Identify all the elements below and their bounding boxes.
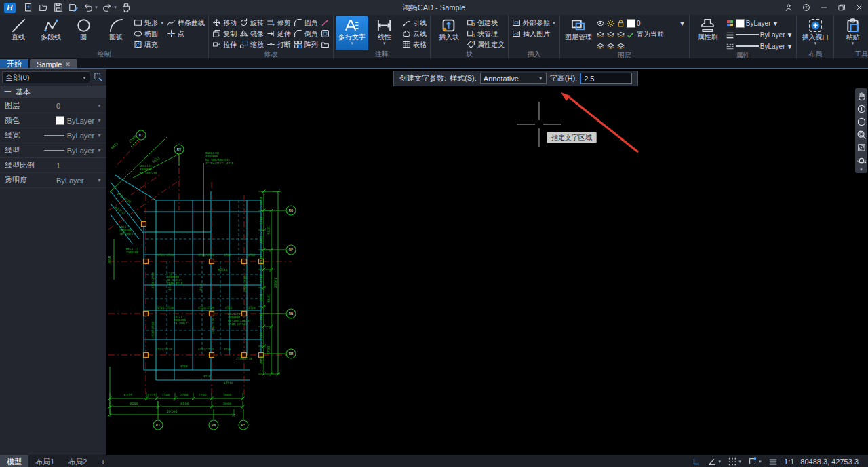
- lock-icon[interactable]: [616, 19, 625, 28]
- restore-button[interactable]: [833, 1, 850, 14]
- chevron-down-icon[interactable]: ▼: [679, 20, 686, 27]
- add-layout-button[interactable]: +: [94, 457, 113, 467]
- ribbon-offset-button[interactable]: [321, 29, 330, 39]
- save-as-button[interactable]: [66, 1, 81, 14]
- ribbon-点-button[interactable]: 点: [167, 29, 205, 39]
- help-button[interactable]: ?: [797, 1, 815, 14]
- save-file-button[interactable]: [51, 1, 66, 14]
- layout-tab-布局1[interactable]: 布局1: [28, 455, 61, 467]
- ribbon-圆-button[interactable]: 圆: [67, 16, 100, 50]
- property-row-线型[interactable]: 线型ByLayer▼: [0, 143, 106, 158]
- ribbon-图层管理-button[interactable]: 图层管理: [562, 16, 595, 52]
- status-object-snap-toggle[interactable]: ▼: [748, 457, 762, 466]
- ribbon-填充-button[interactable]: 填充: [134, 39, 164, 50]
- ribbon-倒角-button[interactable]: 倒角: [294, 29, 318, 39]
- chevron-down-icon[interactable]: ▼: [850, 41, 854, 45]
- chevron-down-icon[interactable]: ▼: [552, 21, 556, 25]
- layout-tab-模型[interactable]: 模型: [0, 455, 28, 467]
- ribbon-镜像-button[interactable]: 镜像: [239, 29, 264, 39]
- ribbon-粘贴-button[interactable]: 粘贴▼: [836, 16, 868, 50]
- layout-tab-布局2[interactable]: 布局2: [61, 455, 94, 467]
- chevron-down-icon[interactable]: ▼: [772, 20, 779, 27]
- chevron-down-icon[interactable]: ▼: [97, 178, 104, 183]
- layer-tool-icon[interactable]: [606, 42, 615, 51]
- property-row-线宽[interactable]: 线宽ByLayer▼: [0, 128, 106, 143]
- property-row-图层[interactable]: 图层0▼: [0, 98, 106, 113]
- chevron-down-icon[interactable]: ▼: [97, 133, 104, 138]
- ribbon-erase-button[interactable]: [321, 18, 330, 28]
- status-grid-snap-toggle[interactable]: ▼: [728, 457, 742, 466]
- ribbon-属性刷-button[interactable]: 属性刷: [692, 16, 724, 52]
- property-lweight-control[interactable]: ByLayer▼: [726, 29, 793, 40]
- chevron-down-icon[interactable]: ▼: [97, 148, 104, 153]
- ribbon-矩形-button[interactable]: 矩形▼: [134, 18, 164, 28]
- ribbon-椭圆-button[interactable]: 椭圆: [134, 29, 164, 39]
- undo-button[interactable]: [81, 1, 96, 14]
- chevron-down-icon[interactable]: ▼: [738, 460, 742, 464]
- chevron-down-icon[interactable]: ▼: [758, 460, 762, 464]
- ribbon-圆弧-button[interactable]: 圆弧: [100, 16, 132, 50]
- drawing-canvas[interactable]: 创建文字参数: 样式(S): Annotative ▼ 字高(H): 2.5 指…: [106, 69, 868, 455]
- ribbon-插入块-button[interactable]: 插入块: [433, 16, 465, 50]
- ribbon-延伸-button[interactable]: 延伸: [267, 29, 291, 39]
- property-ltype-control[interactable]: ByLayer▼: [726, 41, 793, 52]
- ribbon-旋转-button[interactable]: 旋转: [239, 18, 264, 28]
- ribbon-云线-button[interactable]: 云线: [402, 29, 427, 39]
- chevron-down-icon[interactable]: ▼: [382, 41, 387, 45]
- chevron-down-icon[interactable]: ▼: [787, 31, 793, 39]
- ribbon-缩放-button[interactable]: 缩放: [239, 39, 264, 50]
- chevron-down-icon[interactable]: ▼: [717, 460, 722, 464]
- status-lineweight-display-toggle[interactable]: [768, 457, 778, 466]
- chevron-down-icon[interactable]: ▼: [160, 21, 164, 25]
- annotation-scale[interactable]: 1:1: [784, 457, 794, 466]
- layer-tool-icon[interactable]: [616, 42, 625, 51]
- ribbon-移动-button[interactable]: 移动: [212, 18, 237, 28]
- redo-dropdown-arrow[interactable]: ▼: [113, 5, 117, 10]
- eye-icon[interactable]: [596, 19, 605, 28]
- layer-tool-icon[interactable]: [596, 31, 605, 39]
- layer-tool-icon[interactable]: [606, 31, 615, 39]
- ribbon-圆角-button[interactable]: 圆角: [294, 18, 318, 28]
- layer-tool-icon[interactable]: [596, 42, 605, 51]
- status-ortho-toggle[interactable]: [692, 457, 701, 466]
- chevron-down-icon[interactable]: ▼: [97, 103, 104, 108]
- ribbon-拉伸-button[interactable]: 拉伸: [212, 39, 237, 50]
- property-colors-control[interactable]: ByLayer▼: [726, 18, 793, 29]
- ribbon-插入图片-button[interactable]: 插入图片: [512, 29, 556, 39]
- new-file-button[interactable]: [21, 1, 36, 14]
- chevron-down-icon[interactable]: ▼: [787, 43, 793, 50]
- ribbon-修剪-button[interactable]: 修剪: [267, 18, 291, 28]
- property-row-颜色[interactable]: 颜色ByLayer▼: [0, 113, 106, 128]
- chevron-down-icon[interactable]: ▼: [813, 41, 817, 45]
- minimize-button[interactable]: [815, 1, 833, 14]
- ribbon-表格-button[interactable]: 表格: [402, 39, 427, 50]
- ribbon-创建块-button[interactable]: 创建块: [467, 18, 505, 28]
- status-polar-angle-toggle[interactable]: ▼: [707, 457, 722, 466]
- ribbon-多行文字-button[interactable]: 多行文字▼: [336, 16, 368, 50]
- ribbon-打断-button[interactable]: 打断: [267, 39, 291, 50]
- ribbon-复制-button[interactable]: 复制: [212, 29, 237, 39]
- open-file-button[interactable]: [36, 1, 51, 14]
- property-row-透明度[interactable]: 透明度ByLayer▼: [0, 173, 106, 188]
- chevron-down-icon[interactable]: ▼: [97, 118, 104, 123]
- ribbon-样条曲线-button[interactable]: 样条曲线: [167, 18, 205, 28]
- print-button[interactable]: [119, 1, 134, 14]
- selection-filter-dropdown[interactable]: 全部(0) ▼: [2, 71, 90, 83]
- close-button[interactable]: [850, 1, 868, 14]
- ribbon-属性定义-button[interactable]: 属性定义: [467, 39, 505, 50]
- ribbon-引线-button[interactable]: 引线: [402, 18, 427, 28]
- layer-tool-icon[interactable]: [616, 31, 625, 39]
- ribbon-插入视口-button[interactable]: 插入视口▼: [799, 16, 831, 50]
- ribbon-阵列-button[interactable]: 阵列: [294, 39, 318, 50]
- redo-button[interactable]: [100, 1, 115, 14]
- section-basic-header[interactable]: 一 基本: [0, 86, 106, 98]
- chevron-down-icon[interactable]: ▼: [350, 41, 354, 45]
- ribbon-块管理-button[interactable]: 块管理: [467, 29, 505, 39]
- set-current-label[interactable]: 置为当前: [637, 30, 664, 39]
- tab-close-icon[interactable]: ✕: [65, 61, 71, 68]
- ribbon-多段线-button[interactable]: 多段线: [35, 16, 67, 50]
- user-button[interactable]: [780, 1, 797, 14]
- ribbon-线性-button[interactable]: 线性▼: [368, 16, 401, 50]
- ribbon-explode-button[interactable]: [321, 39, 330, 50]
- sun-icon[interactable]: [606, 19, 615, 28]
